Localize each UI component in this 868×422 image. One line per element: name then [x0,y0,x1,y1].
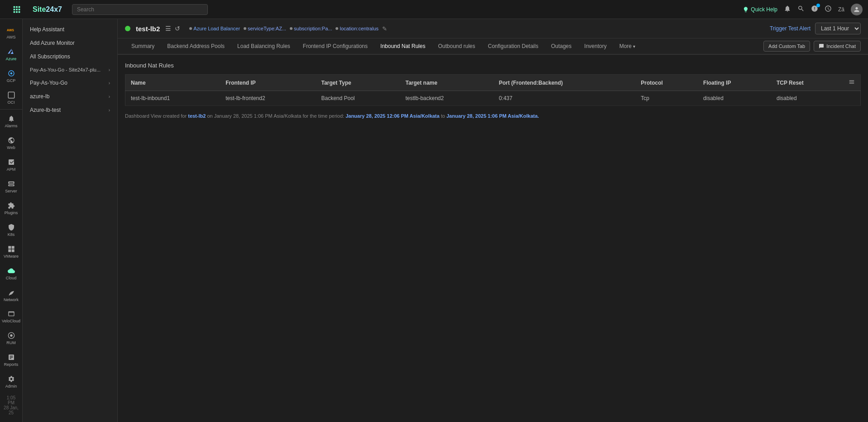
search-input[interactable] [72,4,208,15]
tag-subscription[interactable]: subscription:Pa... [290,25,332,32]
sidebar-label-server: Server [5,189,17,194]
tag-azure-lb[interactable]: Azure Load Balancer [189,25,240,32]
user-avatar[interactable] [851,4,863,15]
table-section: Inbound Nat Rules Name Frontend IP Targe… [118,55,868,422]
monitor-header-right: Trigger Test Alert Last 1 Hour [770,23,861,34]
sidebar-item-reports[interactable]: Reports [0,349,22,371]
alarms-icon [7,114,16,123]
tab-inbound-nat-rules[interactable]: Inbound Nat Rules [374,38,432,55]
sidebar-item-rum[interactable]: RUM [0,327,22,349]
sidebar-item-vmware[interactable]: VMware [0,241,22,263]
monitor-header: test-lb2 ☰ ↺ Azure Load Balancer service… [118,19,868,38]
quick-help-link[interactable]: Quick Help [743,6,777,13]
monitor-menu-icon[interactable]: ☰ [165,25,171,32]
col-name: Name [125,75,221,91]
sidebar-label-plugins: Plugins [5,211,18,216]
azure-icon [7,47,16,56]
sidebar-label-oci: OCI [7,101,14,105]
tab-inventory[interactable]: Inventory [578,38,613,55]
sidebar-label-network: Network [4,298,19,302]
col-tcp-reset: TCP Reset [771,75,843,91]
cell-floating-ip: disabled [698,91,771,106]
tag-service-type[interactable]: serviceType:AZ... [244,25,286,32]
sidebar-help-assistant[interactable]: Help Assistant [23,23,117,36]
svg-point-9 [10,335,12,337]
trigger-test-alert-link[interactable]: Trigger Test Alert [770,25,810,32]
sidebar-item-network[interactable]: Network [0,284,22,306]
tab-summary[interactable]: Summary [125,38,161,55]
sidebar-label-apm: APM [7,168,16,172]
user-initials: Zā [838,6,844,13]
sidebar-label-web: Web [7,146,15,150]
cell-target-type: Backend Pool [316,91,400,106]
svg-rect-6 [8,249,11,252]
cell-options [843,91,861,106]
col-frontend-ip: Frontend IP [220,75,316,91]
svg-rect-7 [11,249,14,252]
sidebar-item-web[interactable]: Web [0,132,22,154]
sidebar-item-oci[interactable]: OCI [0,87,22,109]
apps-icon[interactable] [12,5,22,14]
sidebar-add-azure-monitor[interactable]: Add Azure Monitor [23,36,117,50]
sidebar-item-gcp[interactable]: GCP [0,65,22,87]
sidebar-item-aws[interactable]: AWS AWS [0,22,22,43]
sidebar-icons: Home AWS AWS Azure GCP OCI [0,0,23,422]
alerts-icon[interactable] [811,5,818,14]
chat-icon [819,43,824,49]
tag-edit-icon[interactable]: ✎ [382,25,387,32]
aws-icon: AWS [7,25,16,34]
tabs-bar: Summary Backend Address Pools Load Balan… [118,38,868,55]
content-area: test-lb2 ☰ ↺ Azure Load Balancer service… [118,19,868,422]
section-title: Inbound Nat Rules [125,62,861,69]
velocloud-icon [7,309,16,318]
app-logo: Site24x7 [33,5,62,14]
monitor-actions: ☰ ↺ [165,25,180,32]
cloud-icon [7,266,16,275]
cell-name: test-lb-inbound1 [125,91,221,106]
rum-icon [7,331,16,340]
add-custom-tab-button[interactable]: Add Custom Tab [763,41,810,52]
sidebar-label-k8s: K8s [8,233,15,237]
sidebar-pay-as-you-go-plus[interactable]: Pay-As-You-Go - Site24x7-plu... › [23,63,117,76]
tab-load-balancing-rules[interactable]: Load Balancing Rules [231,38,297,55]
tab-configuration-details[interactable]: Configuration Details [482,38,545,55]
sidebar-label-reports: Reports [4,363,19,367]
tab-outages[interactable]: Outages [545,38,578,55]
col-target-name: Target name [400,75,493,91]
sidebar-all-subscriptions[interactable]: All Subscriptions [23,50,117,63]
sidebar-label-vmware: VMware [4,254,19,259]
search-nav-icon[interactable] [797,5,805,14]
cell-port: 0:437 [494,91,636,106]
notifications-icon[interactable] [784,5,791,14]
sidebar-label-aws: AWS [6,35,15,40]
sidebar-item-server[interactable]: Server [0,176,22,197]
monitor-refresh-icon[interactable]: ↺ [175,25,180,32]
sidebar-azure-lb[interactable]: azure-lb › [23,90,117,103]
tab-backend-address-pools[interactable]: Backend Address Pools [161,38,231,55]
sidebar-item-velocloud[interactable]: VeloCloud [0,306,22,327]
chevron-right-icon-2: › [109,81,110,86]
tag-location[interactable]: location:centralus [336,25,379,32]
sidebar-item-apm[interactable]: APM [0,154,22,176]
sidebar-item-alarms[interactable]: Alarms [0,110,22,132]
sidebar-label-gcp: GCP [7,79,16,83]
clock-icon[interactable] [825,5,832,14]
time-range-select[interactable]: Last 1 Hour [815,23,861,34]
tab-outbound-rules[interactable]: Outbound rules [432,38,481,55]
sidebar-pay-as-you-go[interactable]: Pay-As-You-Go › [23,76,117,90]
sidebar-item-cloud[interactable]: Cloud [0,263,22,284]
tab-frontend-ip-configs[interactable]: Frontend IP Configurations [297,38,374,55]
monitor-name: test-lb2 [136,25,160,33]
tab-more[interactable]: More ▾ [613,38,642,55]
col-floating-ip: Floating IP [698,75,771,91]
svg-rect-5 [11,246,14,249]
sidebar-item-k8s[interactable]: K8s [0,219,22,241]
sidebar-item-plugins[interactable]: Plugins [0,197,22,219]
chevron-down-icon: ▾ [633,44,635,49]
sidebar-item-azure[interactable]: Azure [0,43,22,65]
bulb-icon [743,6,749,13]
sidebar-azure-lb-test[interactable]: Azure-lb-test › [23,103,117,117]
incident-chat-button[interactable]: Incident Chat [814,41,861,52]
cell-target-name: testlb-backend2 [400,91,493,106]
sidebar-item-admin[interactable]: Admin [0,371,22,393]
